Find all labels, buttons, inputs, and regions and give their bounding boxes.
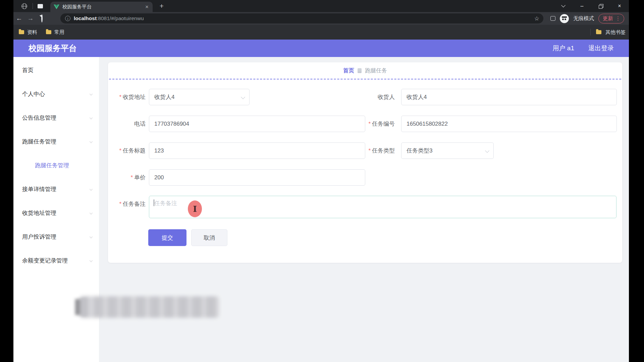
- breadcrumb-current: 跑腿任务: [365, 67, 387, 74]
- sidebar-item-address-mgmt[interactable]: 收货地址管理: [13, 201, 99, 225]
- blank-favicon-icon: [38, 4, 43, 8]
- bookmark-folder-1[interactable]: 资料: [19, 29, 37, 36]
- browser-toolbar: ← → i localhost:8081/#/paotuirenwu ☆ 无痕模…: [13, 12, 629, 25]
- chevron-down-icon: [90, 140, 93, 143]
- tab-title: 校园服务平台: [62, 4, 145, 10]
- breadcrumb-home-link[interactable]: 首页: [343, 67, 354, 74]
- forward-button[interactable]: →: [25, 15, 36, 22]
- mouse-cursor-indicator: I: [188, 200, 202, 217]
- back-button[interactable]: ←: [13, 15, 25, 22]
- globe-icon: [21, 3, 27, 9]
- reload-icon: [41, 14, 43, 22]
- minimize-button[interactable]: –: [573, 0, 591, 12]
- chevron-down-icon: [90, 116, 93, 120]
- field-label-task-type: * 任务类型: [329, 142, 395, 159]
- chevron-down-icon: [90, 235, 93, 239]
- window-chevron-icon[interactable]: [554, 0, 573, 12]
- close-tab-icon[interactable]: ×: [145, 4, 149, 10]
- tab-globe[interactable]: [17, 1, 32, 11]
- task-remark-textarea[interactable]: [149, 196, 616, 218]
- field-label-address: * 收货地址: [108, 89, 146, 105]
- field-label-task-number: * 任务编号: [329, 116, 395, 132]
- other-bookmarks[interactable]: 其他书签: [590, 25, 626, 40]
- receiver-input[interactable]: [401, 89, 617, 105]
- document-icon: [358, 68, 362, 73]
- sidebar-item-home[interactable]: 首页: [13, 58, 99, 82]
- task-type-select[interactable]: [401, 142, 494, 159]
- window-controls: – ×: [554, 0, 629, 12]
- dashed-divider: [109, 79, 621, 79]
- close-window-button[interactable]: ×: [610, 0, 629, 12]
- update-label: 更新: [603, 15, 613, 22]
- url-host: localhost: [74, 15, 97, 21]
- header-user-label[interactable]: 用户 a1: [553, 44, 574, 53]
- sidebar-subitem-errand-task-mgmt-active[interactable]: 跑腿任务管理: [13, 154, 99, 177]
- side-panel-icon[interactable]: [550, 16, 555, 21]
- chevron-down-icon: [90, 93, 93, 96]
- unit-price-input[interactable]: [149, 169, 365, 186]
- sidebar-item-order-detail-mgmt[interactable]: 接单详情管理: [13, 177, 99, 201]
- incognito-icon: [560, 14, 569, 23]
- app-brand-title: 校园服务平台: [13, 43, 77, 54]
- url-path: :8081/#/paotuirenwu: [97, 15, 144, 21]
- task-number-input[interactable]: [401, 116, 617, 132]
- sidebar-item-complaint-mgmt[interactable]: 用户投诉管理: [13, 225, 99, 249]
- cancel-button[interactable]: 取消: [191, 229, 227, 246]
- incognito-label: 无痕模式: [573, 15, 594, 22]
- chevron-down-icon: [90, 188, 93, 191]
- chevron-down-icon: [90, 259, 93, 262]
- field-label-task-remark: * 任务备注: [108, 196, 146, 212]
- chevron-down-icon: [90, 212, 93, 215]
- vue-logo-icon: [54, 4, 59, 9]
- field-label-task-title: * 任务标题: [108, 142, 146, 159]
- submit-button[interactable]: 提交: [148, 229, 186, 246]
- text-cursor-icon: I: [193, 204, 197, 214]
- field-label-unit-price: * 单价: [108, 169, 146, 186]
- restore-button[interactable]: [591, 0, 610, 12]
- toolbar-right: 无痕模式 更新 ⋮: [550, 12, 629, 25]
- restore-icon: [599, 4, 603, 8]
- bookmarks-divider: [590, 29, 591, 36]
- folder-icon: [19, 30, 24, 34]
- sidebar-item-personal-center[interactable]: 个人中心: [13, 82, 99, 106]
- logout-link[interactable]: 退出登录: [588, 44, 614, 53]
- address-bar[interactable]: i localhost:8081/#/paotuirenwu ☆: [60, 13, 543, 23]
- folder-icon: [596, 30, 601, 34]
- blurred-watermark: [80, 296, 219, 318]
- bookmarks-bar: 资料 常用 其他书签: [13, 25, 629, 40]
- sidebar-item-announcement-mgmt[interactable]: 公告信息管理: [13, 106, 99, 130]
- bookmark-star-icon[interactable]: ☆: [534, 15, 539, 22]
- screen: 校园服务平台 × + – × ← → i localhost:8081/#/pa…: [0, 0, 644, 362]
- bookmark-folder-2[interactable]: 常用: [46, 29, 64, 36]
- reload-button[interactable]: [36, 15, 48, 22]
- field-label-phone: 电话: [108, 116, 146, 132]
- app-header: 校园服务平台 用户 a1 退出登录: [13, 40, 629, 57]
- tab-active[interactable]: 校园服务平台 ×: [50, 2, 153, 12]
- new-tab-button[interactable]: +: [157, 1, 166, 11]
- tab-separator: [33, 3, 33, 9]
- sidebar-item-balance-record-mgmt[interactable]: 余额变更记录管理: [13, 249, 99, 273]
- field-label-receiver: 收货人: [329, 89, 395, 105]
- breadcrumb: 首页 跑腿任务: [108, 67, 622, 74]
- menu-dots-icon[interactable]: ⋮: [615, 15, 621, 21]
- url-text: localhost:8081/#/paotuirenwu: [74, 15, 144, 21]
- address-select[interactable]: [149, 89, 250, 105]
- tab-blank[interactable]: [34, 1, 46, 11]
- update-button[interactable]: 更新 ⋮: [598, 14, 624, 23]
- sidebar-item-errand-task-mgmt[interactable]: 跑腿任务管理: [13, 130, 99, 154]
- form-card: 首页 跑腿任务 * 收货地址 收货人: [108, 62, 622, 263]
- folder-icon: [46, 30, 51, 34]
- tab-strip: 校园服务平台 × + – ×: [13, 0, 629, 12]
- text-caret: [154, 199, 154, 206]
- site-info-icon[interactable]: i: [65, 16, 70, 21]
